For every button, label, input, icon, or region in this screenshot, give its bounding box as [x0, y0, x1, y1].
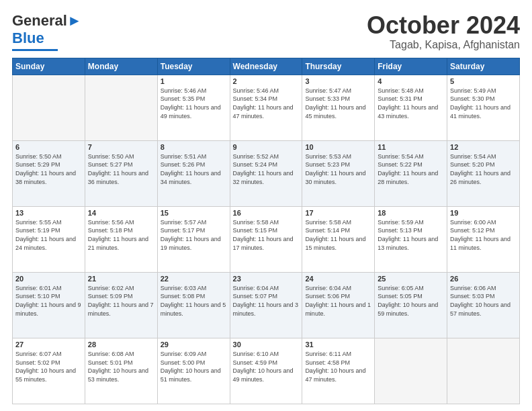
table-row: 30Sunrise: 6:10 AM Sunset: 4:59 PM Dayli…	[230, 338, 302, 404]
table-row: 8Sunrise: 5:51 AM Sunset: 5:26 PM Daylig…	[157, 140, 230, 206]
table-row: 5Sunrise: 5:49 AM Sunset: 5:30 PM Daylig…	[447, 75, 520, 140]
table-row: 28Sunrise: 6:08 AM Sunset: 5:01 PM Dayli…	[85, 338, 157, 404]
table-row: 10Sunrise: 5:53 AM Sunset: 5:23 PM Dayli…	[302, 140, 375, 206]
day-number: 17	[305, 209, 371, 217]
page: General► Blue October 2024 Tagab, Kapisa…	[0, 0, 532, 411]
table-row: 31Sunrise: 6:11 AM Sunset: 4:58 PM Dayli…	[302, 338, 375, 404]
calendar-table: Sunday Monday Tuesday Wednesday Thursday…	[12, 58, 520, 404]
day-number: 2	[233, 77, 300, 85]
col-wednesday: Wednesday	[230, 58, 302, 75]
table-row: 1Sunrise: 5:46 AM Sunset: 5:35 PM Daylig…	[157, 75, 230, 140]
table-row	[447, 338, 520, 404]
day-info: Sunrise: 5:57 AM Sunset: 5:17 PM Dayligh…	[161, 218, 227, 252]
col-tuesday: Tuesday	[157, 58, 230, 75]
table-row: 22Sunrise: 6:03 AM Sunset: 5:08 PM Dayli…	[157, 272, 230, 338]
table-row: 21Sunrise: 6:02 AM Sunset: 5:09 PM Dayli…	[85, 272, 157, 338]
calendar-week-row: 20Sunrise: 6:01 AM Sunset: 5:10 PM Dayli…	[13, 272, 520, 338]
title-section: October 2024 Tagab, Kapisa, Afghanistan	[367, 12, 520, 51]
calendar-week-row: 6Sunrise: 5:50 AM Sunset: 5:29 PM Daylig…	[13, 140, 520, 206]
day-info: Sunrise: 6:07 AM Sunset: 5:02 PM Dayligh…	[15, 350, 82, 383]
day-info: Sunrise: 6:02 AM Sunset: 5:09 PM Dayligh…	[88, 284, 154, 318]
table-row: 12Sunrise: 5:54 AM Sunset: 5:20 PM Dayli…	[447, 140, 520, 206]
month-title: October 2024	[367, 12, 520, 39]
day-info: Sunrise: 5:53 AM Sunset: 5:23 PM Dayligh…	[305, 152, 371, 186]
day-number: 22	[161, 275, 227, 283]
table-row: 25Sunrise: 6:05 AM Sunset: 5:05 PM Dayli…	[375, 272, 447, 338]
day-info: Sunrise: 5:54 AM Sunset: 5:22 PM Dayligh…	[378, 152, 444, 186]
day-info: Sunrise: 5:51 AM Sunset: 5:26 PM Dayligh…	[161, 152, 227, 186]
day-info: Sunrise: 6:03 AM Sunset: 5:08 PM Dayligh…	[161, 284, 227, 318]
day-info: Sunrise: 5:58 AM Sunset: 5:14 PM Dayligh…	[305, 218, 371, 252]
table-row: 2Sunrise: 5:46 AM Sunset: 5:34 PM Daylig…	[230, 75, 302, 140]
table-row	[13, 75, 85, 140]
table-row: 17Sunrise: 5:58 AM Sunset: 5:14 PM Dayli…	[302, 206, 375, 272]
table-row: 6Sunrise: 5:50 AM Sunset: 5:29 PM Daylig…	[13, 140, 85, 206]
col-monday: Monday	[85, 58, 157, 75]
table-row: 29Sunrise: 6:09 AM Sunset: 5:00 PM Dayli…	[157, 338, 230, 404]
col-friday: Friday	[375, 58, 447, 75]
day-number: 28	[88, 340, 154, 349]
table-row: 20Sunrise: 6:01 AM Sunset: 5:10 PM Dayli…	[13, 272, 85, 338]
day-number: 3	[305, 77, 371, 85]
table-row: 15Sunrise: 5:57 AM Sunset: 5:17 PM Dayli…	[157, 206, 230, 272]
day-number: 4	[378, 77, 444, 85]
day-info: Sunrise: 6:01 AM Sunset: 5:10 PM Dayligh…	[15, 284, 82, 318]
day-info: Sunrise: 5:58 AM Sunset: 5:15 PM Dayligh…	[233, 218, 300, 252]
day-number: 30	[233, 340, 300, 349]
day-number: 7	[88, 143, 154, 151]
table-row: 26Sunrise: 6:06 AM Sunset: 5:03 PM Dayli…	[447, 272, 520, 338]
day-number: 20	[15, 275, 82, 283]
day-info: Sunrise: 5:49 AM Sunset: 5:30 PM Dayligh…	[450, 87, 517, 120]
header: General► Blue October 2024 Tagab, Kapisa…	[12, 12, 520, 51]
day-info: Sunrise: 5:50 AM Sunset: 5:29 PM Dayligh…	[15, 152, 82, 186]
table-row: 13Sunrise: 5:55 AM Sunset: 5:19 PM Dayli…	[13, 206, 85, 272]
day-info: Sunrise: 5:50 AM Sunset: 5:27 PM Dayligh…	[88, 152, 154, 186]
day-number: 8	[161, 143, 227, 151]
day-number: 11	[378, 143, 444, 151]
day-info: Sunrise: 5:48 AM Sunset: 5:31 PM Dayligh…	[378, 87, 444, 120]
day-number: 12	[450, 143, 517, 151]
day-info: Sunrise: 5:59 AM Sunset: 5:13 PM Dayligh…	[378, 218, 444, 252]
day-number: 31	[305, 340, 371, 349]
day-info: Sunrise: 6:00 AM Sunset: 5:12 PM Dayligh…	[450, 218, 517, 252]
day-number: 29	[161, 340, 227, 349]
day-info: Sunrise: 6:06 AM Sunset: 5:03 PM Dayligh…	[450, 284, 517, 318]
logo-text: General► Blue	[12, 12, 82, 48]
logo: General► Blue	[12, 12, 82, 51]
table-row: 23Sunrise: 6:04 AM Sunset: 5:07 PM Dayli…	[230, 272, 302, 338]
location-subtitle: Tagab, Kapisa, Afghanistan	[367, 39, 520, 51]
day-number: 16	[233, 209, 300, 217]
day-info: Sunrise: 6:09 AM Sunset: 5:00 PM Dayligh…	[161, 350, 227, 383]
day-info: Sunrise: 6:04 AM Sunset: 5:06 PM Dayligh…	[305, 284, 371, 318]
day-info: Sunrise: 5:47 AM Sunset: 5:33 PM Dayligh…	[305, 87, 371, 120]
day-info: Sunrise: 5:46 AM Sunset: 5:35 PM Dayligh…	[161, 87, 227, 120]
day-info: Sunrise: 6:10 AM Sunset: 4:59 PM Dayligh…	[233, 350, 300, 383]
day-number: 15	[161, 209, 227, 217]
table-row: 24Sunrise: 6:04 AM Sunset: 5:06 PM Dayli…	[302, 272, 375, 338]
day-info: Sunrise: 5:55 AM Sunset: 5:19 PM Dayligh…	[15, 218, 82, 252]
day-number: 13	[15, 209, 82, 217]
day-number: 9	[233, 143, 300, 151]
col-thursday: Thursday	[302, 58, 375, 75]
table-row	[85, 75, 157, 140]
table-row: 9Sunrise: 5:52 AM Sunset: 5:24 PM Daylig…	[230, 140, 302, 206]
day-number: 18	[378, 209, 444, 217]
table-row: 11Sunrise: 5:54 AM Sunset: 5:22 PM Dayli…	[375, 140, 447, 206]
day-info: Sunrise: 5:52 AM Sunset: 5:24 PM Dayligh…	[233, 152, 300, 186]
day-number: 5	[450, 77, 517, 85]
calendar-week-row: 13Sunrise: 5:55 AM Sunset: 5:19 PM Dayli…	[13, 206, 520, 272]
day-info: Sunrise: 6:11 AM Sunset: 4:58 PM Dayligh…	[305, 350, 371, 383]
day-number: 25	[378, 275, 444, 283]
col-saturday: Saturday	[447, 58, 520, 75]
day-number: 10	[305, 143, 371, 151]
col-sunday: Sunday	[13, 58, 85, 75]
calendar-week-row: 1Sunrise: 5:46 AM Sunset: 5:35 PM Daylig…	[13, 75, 520, 140]
day-number: 14	[88, 209, 154, 217]
day-info: Sunrise: 5:54 AM Sunset: 5:20 PM Dayligh…	[450, 152, 517, 186]
day-info: Sunrise: 6:05 AM Sunset: 5:05 PM Dayligh…	[378, 284, 444, 318]
day-number: 27	[15, 340, 82, 349]
table-row: 27Sunrise: 6:07 AM Sunset: 5:02 PM Dayli…	[13, 338, 85, 404]
day-number: 19	[450, 209, 517, 217]
day-info: Sunrise: 6:04 AM Sunset: 5:07 PM Dayligh…	[233, 284, 300, 318]
day-number: 26	[450, 275, 517, 283]
